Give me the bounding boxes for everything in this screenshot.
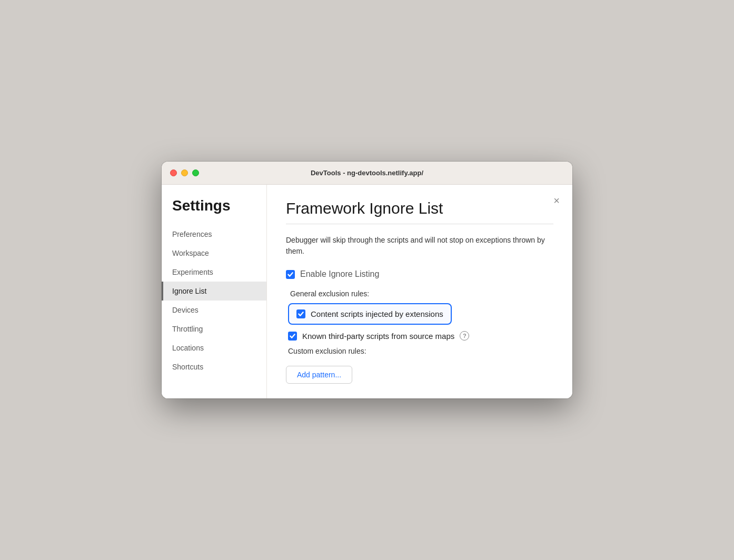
maximize-traffic-light[interactable]	[192, 169, 199, 176]
minimize-traffic-light[interactable]	[181, 169, 188, 176]
traffic-lights	[170, 169, 199, 176]
enable-ignore-listing-label: Enable Ignore Listing	[300, 269, 379, 279]
close-traffic-light[interactable]	[170, 169, 177, 176]
sidebar-item-workspace[interactable]: Workspace	[162, 244, 266, 263]
sidebar-item-devices[interactable]: Devices	[162, 301, 266, 319]
devtools-window: DevTools - ng-devtools.netlify.app/ Sett…	[162, 162, 572, 398]
page-title: Framework Ignore List	[286, 199, 553, 217]
help-icon[interactable]: ?	[460, 331, 469, 341]
titlebar: DevTools - ng-devtools.netlify.app/	[162, 162, 572, 185]
settings-heading: Settings	[162, 197, 266, 225]
title-divider	[286, 224, 553, 224]
third-party-scripts-checkbox[interactable]	[288, 332, 297, 341]
sidebar-item-throttling[interactable]: Throttling	[162, 319, 266, 338]
custom-exclusion-section: Custom exclusion rules: Add pattern...	[286, 347, 553, 384]
enable-ignore-listing-row: Enable Ignore Listing	[286, 269, 553, 279]
window-title: DevTools - ng-devtools.netlify.app/	[311, 169, 423, 177]
third-party-scripts-label: Known third-party scripts from source ma…	[302, 332, 454, 341]
sidebar-item-shortcuts[interactable]: Shortcuts	[162, 357, 266, 376]
close-button[interactable]: ×	[553, 195, 560, 206]
sidebar-item-preferences[interactable]: Preferences	[162, 225, 266, 244]
sidebar-item-experiments[interactable]: Experiments	[162, 263, 266, 282]
content-scripts-label: Content scripts injected by extensions	[311, 309, 443, 318]
rules-container: General exclusion rules: Content scripts…	[288, 289, 553, 341]
enable-ignore-listing-checkbox[interactable]	[286, 270, 295, 279]
description-text: Debugger will skip through the scripts a…	[286, 235, 553, 257]
sidebar: Settings Preferences Workspace Experimen…	[162, 185, 267, 398]
content-area: Settings Preferences Workspace Experimen…	[162, 185, 572, 398]
sidebar-item-locations[interactable]: Locations	[162, 338, 266, 357]
general-exclusion-label: General exclusion rules:	[290, 289, 553, 298]
main-panel: × Framework Ignore List Debugger will sk…	[267, 185, 572, 398]
sidebar-item-ignore-list[interactable]: Ignore List	[162, 282, 266, 301]
custom-exclusion-label: Custom exclusion rules:	[288, 347, 553, 355]
add-pattern-button[interactable]: Add pattern...	[286, 366, 352, 384]
third-party-scripts-rule: Known third-party scripts from source ma…	[288, 331, 553, 341]
content-scripts-rule: Content scripts injected by extensions	[288, 303, 452, 325]
content-scripts-checkbox[interactable]	[296, 309, 305, 318]
